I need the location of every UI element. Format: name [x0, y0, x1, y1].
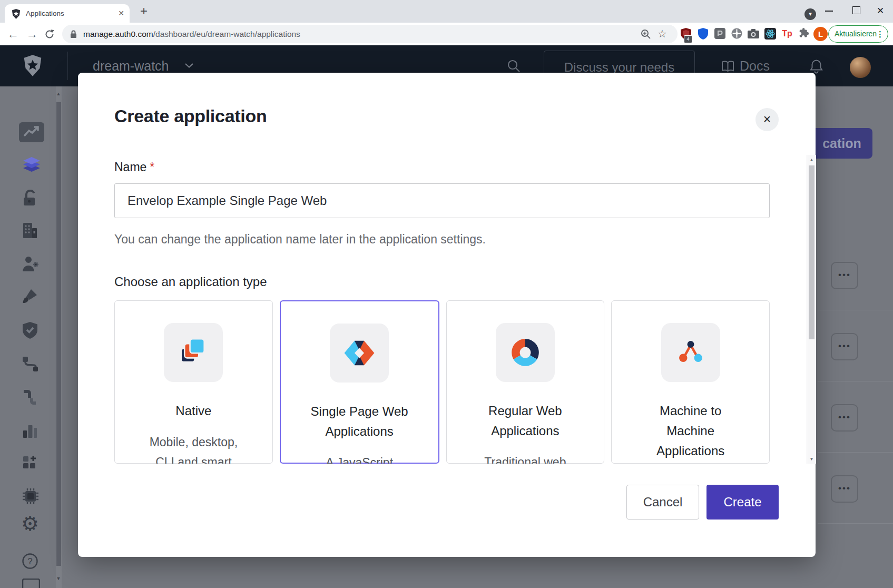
- sidebar-item-monitoring-bars-icon[interactable]: [22, 423, 43, 444]
- auth0-logo-icon[interactable]: [23, 55, 42, 79]
- application-name-input[interactable]: [114, 183, 770, 218]
- sidebar-item-authentication-lock-icon[interactable]: [22, 190, 43, 211]
- card-title: Machine to Machine Applications: [655, 401, 726, 461]
- card-description: Mobile, desktop, CLI and smart: [146, 432, 241, 464]
- scrollbar-up-arrow[interactable]: ▲: [55, 91, 62, 97]
- help-icon[interactable]: ?: [22, 553, 43, 574]
- chrome-profile-avatar[interactable]: L: [813, 27, 828, 41]
- update-label: Aktualisieren: [835, 26, 877, 42]
- name-label: Name*: [114, 160, 154, 174]
- extensions-puzzle-icon[interactable]: [798, 28, 810, 41]
- forward-button[interactable]: →: [26, 23, 38, 45]
- auth0-favicon: [12, 9, 21, 21]
- scrollbar-down-arrow[interactable]: ▼: [55, 575, 62, 582]
- name-label-text: Name: [114, 160, 146, 174]
- m2m-icon: [661, 323, 720, 382]
- regular-web-icon: [496, 323, 555, 382]
- monitor-icon[interactable]: [22, 579, 43, 588]
- card-title: Native: [115, 401, 272, 421]
- zoom-icon[interactable]: [641, 29, 651, 42]
- row-divider: [818, 523, 893, 524]
- nav-divider: [67, 52, 68, 80]
- tab-title: Applications: [26, 4, 64, 23]
- card-native[interactable]: Native Mobile, desktop, CLI and smart: [114, 300, 273, 464]
- address-bar[interactable]: manage.auth0.com/dashboard/eu/dream-watc…: [62, 25, 678, 43]
- row-divider: [818, 452, 893, 453]
- browser-tab-strip: Applications ✕ + ▾ ✕: [0, 0, 893, 23]
- scrollbar-down-arrow[interactable]: ▼: [807, 455, 816, 463]
- required-asterisk: *: [150, 160, 154, 174]
- window-minimize-button[interactable]: [825, 11, 833, 12]
- card-title: Single Page Web Applications: [308, 401, 411, 442]
- card-single-page-web[interactable]: Single Page Web Applications A JavaScrip…: [280, 300, 439, 464]
- modal-scrollbar-thumb[interactable]: [809, 165, 815, 339]
- reload-button[interactable]: [44, 29, 55, 42]
- window-maximize-button[interactable]: [852, 6, 860, 14]
- modal-close-button[interactable]: ✕: [755, 108, 779, 131]
- sidebar-item-settings-gear-icon[interactable]: ⚙: [21, 513, 42, 534]
- create-button[interactable]: Create: [706, 485, 779, 520]
- row-divider: [818, 381, 893, 381]
- row-actions-button[interactable]: •••: [831, 475, 858, 503]
- create-application-bg-button[interactable]: cation: [811, 128, 872, 159]
- url-path: /dashboard/eu/dream-watch/applications: [153, 30, 300, 38]
- card-description: A JavaScript: [281, 453, 438, 464]
- sidebar-item-applications[interactable]: [22, 157, 43, 178]
- row-divider: [818, 310, 893, 310]
- ublock-badge: 4: [684, 35, 692, 43]
- choose-type-label: Choose an application type: [114, 275, 267, 289]
- user-avatar[interactable]: [850, 57, 871, 78]
- browser-update-button[interactable]: Aktualisieren ⋮: [828, 25, 888, 43]
- application-type-cards: Native Mobile, desktop, CLI and smart Si…: [114, 300, 770, 464]
- card-machine-to-machine[interactable]: Machine to Machine Applications: [611, 300, 770, 464]
- cancel-button[interactable]: Cancel: [626, 485, 699, 520]
- lock-icon: [70, 30, 77, 41]
- sidebar-item-actions-flow-icon[interactable]: [22, 356, 43, 377]
- gray-extension-icon[interactable]: [713, 28, 726, 41]
- chrome-menu-icon[interactable]: ⋮: [876, 26, 884, 42]
- spa-icon: [330, 324, 389, 383]
- sidebar-item-marketplace-icon[interactable]: [22, 455, 43, 476]
- url-host: manage.auth0.com: [83, 30, 153, 38]
- react-devtools-extension-icon[interactable]: [764, 28, 777, 41]
- modal-scrollbar-track[interactable]: ▲ ▼: [807, 155, 816, 464]
- card-title: Regular Web Applications: [486, 401, 565, 441]
- row-actions-button[interactable]: •••: [831, 262, 858, 289]
- card-description: Traditional web: [447, 452, 604, 464]
- sidebar-item-user-management-icon[interactable]: [22, 256, 43, 277]
- back-button[interactable]: ←: [7, 23, 19, 45]
- sidebar-item-branding-brush-icon[interactable]: [22, 288, 43, 309]
- sidebar-scrollbar-thumb[interactable]: [56, 102, 61, 566]
- sidebar-item-security-shield-icon[interactable]: [22, 322, 43, 343]
- tab-close-icon[interactable]: ✕: [118, 4, 124, 23]
- sidebar-item-extensions-chip-icon[interactable]: [22, 488, 43, 509]
- url-text: manage.auth0.com/dashboard/eu/dream-watc…: [83, 25, 300, 43]
- svg-text:?: ?: [27, 556, 32, 566]
- bitwarden-extension-icon[interactable]: [696, 28, 709, 41]
- browser-toolbar: ← → manage.auth0.com/dashboard/eu/dream-…: [0, 23, 893, 45]
- new-tab-button[interactable]: +: [136, 3, 152, 19]
- chrome-profile-caret-icon[interactable]: ▾: [804, 8, 816, 20]
- bookmark-star-icon[interactable]: ☆: [658, 25, 667, 43]
- tp-extension-icon[interactable]: Tp: [781, 28, 793, 41]
- create-application-modal: Create application ✕ Name* You can chang…: [78, 73, 816, 557]
- sidebar-item-activity[interactable]: [19, 122, 40, 143]
- scrollbar-up-arrow[interactable]: ▲: [807, 156, 816, 163]
- sidebar-item-auth-pipeline-icon[interactable]: [22, 389, 43, 410]
- card-regular-web[interactable]: Regular Web Applications Traditional web: [446, 300, 605, 464]
- chevron-down-icon: [184, 61, 194, 71]
- native-icon: [164, 323, 223, 382]
- row-actions-button[interactable]: •••: [831, 404, 858, 432]
- modal-title: Create application: [114, 106, 267, 126]
- screen: Applications ✕ + ▾ ✕ ← → manage.auth0.co…: [0, 0, 893, 588]
- crosshair-extension-icon[interactable]: [730, 28, 743, 41]
- sidebar-item-organizations-building-icon[interactable]: [22, 222, 43, 243]
- camera-extension-icon[interactable]: [747, 29, 760, 42]
- name-helper-text: You can change the application name late…: [114, 232, 486, 247]
- browser-tab[interactable]: Applications ✕: [5, 4, 130, 23]
- row-actions-button[interactable]: •••: [831, 333, 858, 360]
- window-close-button[interactable]: ✕: [872, 2, 888, 20]
